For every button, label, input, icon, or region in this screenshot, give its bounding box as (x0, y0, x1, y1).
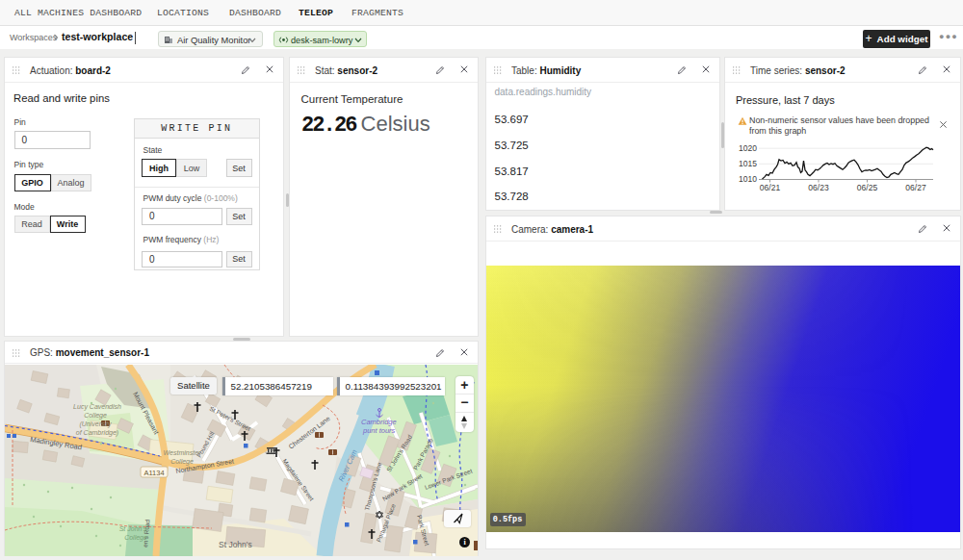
svg-text:College: College (84, 412, 107, 420)
svg-text:A1134: A1134 (143, 469, 164, 477)
svg-text:College: College (124, 534, 147, 542)
svg-text:of Cambridge): of Cambridge) (76, 429, 118, 437)
svg-text:06/21: 06/21 (760, 183, 781, 192)
svg-text:punt tours: punt tours (362, 426, 396, 435)
svg-text:06/23: 06/23 (808, 183, 829, 192)
svg-text:1010: 1010 (739, 174, 757, 184)
svg-text:Lucy Cavendish: Lucy Cavendish (73, 403, 121, 411)
svg-text:1020: 1020 (739, 143, 757, 153)
svg-text:College: College (170, 458, 194, 466)
svg-text:1015: 1015 (739, 159, 757, 168)
svg-text:St John's: St John's (219, 540, 252, 549)
svg-text:06/27: 06/27 (905, 183, 926, 192)
svg-text:St John's: St John's (119, 525, 147, 532)
svg-text:06/25: 06/25 (857, 183, 878, 192)
svg-text:Cambridge: Cambridge (361, 418, 397, 426)
svg-text:Westminster: Westminster (164, 449, 201, 456)
svg-text:(University: (University (79, 420, 112, 428)
